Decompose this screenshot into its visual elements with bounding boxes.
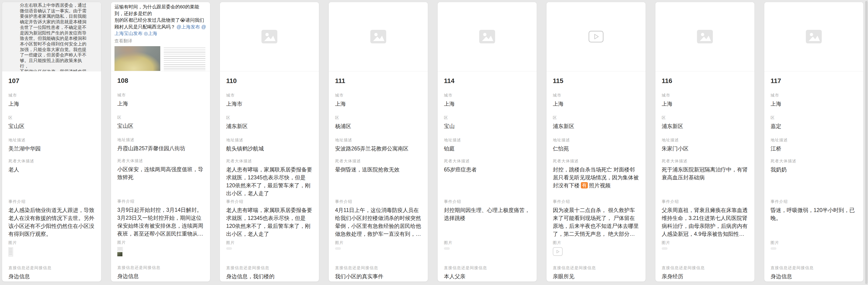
field-value-event: 3月9日起开始封控，3月14日解封。3月23日又一轮封控开始，期间这位保安始终没… xyxy=(117,206,204,238)
card-cover-video[interactable] xyxy=(547,2,646,71)
field-label-event: 事件介绍 xyxy=(553,199,639,204)
field-value-address: 美兰湖中华园 xyxy=(8,145,95,152)
field-value-event: 昏迷，呼吸微弱，120半小时到，已晚。 xyxy=(771,206,857,238)
field-label-deceased: 死者大体描述 xyxy=(117,158,204,164)
field-label-city: 城市 xyxy=(771,93,857,98)
field-value-direct: 身边信息 xyxy=(771,273,857,280)
card-cover-empty xyxy=(764,2,863,71)
weibo-post-text: 运输有时间，为什么跟居委会的60的菜能到，还好多是烂的 别的区都已经分发过几批物… xyxy=(115,3,207,37)
field-value-district: 宝山 xyxy=(444,122,530,130)
field-label-deceased: 死者大体描述 xyxy=(8,158,95,164)
record-number: 117 xyxy=(771,76,857,85)
field-value-deceased: 死于浦东医院新冠隔离治疗中，有肾衰高血压封基础病 xyxy=(662,166,748,197)
photo-placeholder-icon xyxy=(806,30,822,43)
attachment-thumbnail-text[interactable] xyxy=(117,247,123,251)
field-label-district: 区 xyxy=(117,115,204,120)
field-value-city: 上海 xyxy=(771,100,857,108)
video-play-icon xyxy=(589,31,603,42)
field-label-event: 事件介绍 xyxy=(662,199,748,204)
field-label-district: 区 xyxy=(771,115,857,120)
crying-emoji: 😭 xyxy=(180,17,185,23)
field-label-address: 地址描述 xyxy=(117,137,204,143)
field-value-district: 宝山区 xyxy=(117,122,204,130)
field-label-deceased: 死者大体描述 xyxy=(444,158,530,164)
field-value-event: 老人患有哮喘，家属联系居委报备要求就医，12345也表示尽快，但是120依然来不… xyxy=(226,206,313,238)
field-value-address: 安波路265弄兰花教师公寓南区 xyxy=(335,145,422,152)
field-value-address: 仁怡苑 xyxy=(553,145,639,152)
record-card[interactable]: 117 城市 上海 区 嘉定 地址描述 江桥 死者大体描述 我奶奶 事件介绍 昏… xyxy=(764,2,864,282)
record-card[interactable]: 运输有时间，为什么跟居委会的60的菜能到，还好多是烂的 别的区都已经分发过几批物… xyxy=(111,2,210,282)
field-value-event: 因为凌晨十二点自杀， 很久救护车来了可能看到现场死了， 尸体留在原地，后来半夜也… xyxy=(553,206,639,238)
cabbage-sink-photo[interactable] xyxy=(115,46,160,71)
photo-placeholder-icon xyxy=(697,30,713,43)
field-value-address: 航头镇鹤沙航城 xyxy=(226,145,313,152)
field-label-direct: 直接信息还是间接信息 xyxy=(226,265,313,271)
article-text-screenshot[interactable] xyxy=(162,46,207,71)
field-value-direct: 本人父亲 xyxy=(444,273,530,280)
card-cover-weibo-screenshot[interactable]: 运输有时间，为什么跟居委会的60的菜能到，还好多是烂的 别的区都已经分发过几批物… xyxy=(111,2,210,71)
field-label-district: 区 xyxy=(662,115,748,120)
field-value-direct: 我们小区的真实事件 xyxy=(335,273,422,280)
field-label-direct: 直接信息还是间接信息 xyxy=(662,265,748,271)
field-label-event: 事件介绍 xyxy=(444,199,530,204)
field-label-image: 图片 xyxy=(226,240,313,245)
field-label-district: 区 xyxy=(444,115,530,120)
field-label-deceased: 死者大体描述 xyxy=(771,158,857,164)
photo-placeholder-icon xyxy=(261,30,277,43)
field-label-direct: 直接信息还是间接信息 xyxy=(335,265,422,271)
field-label-image: 图片 xyxy=(771,240,857,245)
field-value-event: 父亲周嘉祖，肾衰且瘫痪在床靠血透维持生命，3.21住进第七人民医院肾病科治疗，由… xyxy=(662,206,748,238)
field-label-address: 地址描述 xyxy=(771,138,857,143)
field-label-image: 图片 xyxy=(335,240,422,245)
field-label-address: 地址描述 xyxy=(226,138,313,143)
field-label-deceased: 死者大体描述 xyxy=(335,158,422,164)
field-label-district: 区 xyxy=(8,115,95,120)
field-value-district: 浦东新区 xyxy=(226,122,313,130)
field-label-deceased: 死者大体描述 xyxy=(226,158,313,164)
field-value-event: 4月11日上午，这位消毒防疫人员在给我们小区封控楼做消杀的时候突然晕倒，小区里有… xyxy=(335,206,422,238)
record-number: 110 xyxy=(226,76,313,85)
field-value-address: 丹霞山路257弄馨佳园八街坊 xyxy=(117,144,204,152)
field-value-direct: 亲眼所见 xyxy=(553,273,639,280)
card-cover-empty xyxy=(220,2,319,71)
field-label-city: 城市 xyxy=(117,93,204,98)
card-cover-chat-screenshot[interactable]: 分左右联系上中华西居委会，通过 微信语音确认了这一事实。由于需 要保护患者家属的… xyxy=(2,2,101,71)
field-value-direct: 身边信息 xyxy=(8,273,95,280)
field-value-deceased: 封控，跳楼自杀当场死亡 对面楼邻居只看见听见现场情况，因为集体被封没有下楼有照片… xyxy=(553,166,639,197)
field-label-address: 地址描述 xyxy=(444,138,530,143)
field-label-city: 城市 xyxy=(553,93,639,98)
field-value-deceased: 我奶奶 xyxy=(771,166,857,197)
field-value-event: 老人感染后物业街道无人跟进，导致老人在没有救援的情况下去世。另外该小区还有不少阳… xyxy=(8,206,95,238)
field-value-city: 上海 xyxy=(117,100,204,108)
field-label-image: 图片 xyxy=(8,240,95,245)
attachment-thumbnail-screenshot[interactable] xyxy=(8,247,13,256)
record-card[interactable]: 114 城市 上海 区 宝山 地址描述 铂庭 死者大体描述 65岁癌症患者 事件… xyxy=(437,2,537,282)
record-card[interactable]: 111 城市 上海 区 杨浦区 地址描述 安波路265弄兰花教师公寓南区 死者大… xyxy=(329,2,428,282)
field-value-event: 封控期间因生理、心理上极度痛苦，选择跳楼 xyxy=(444,206,530,238)
weibo-translate-link[interactable]: 查看翻译 xyxy=(115,38,207,44)
field-label-city: 城市 xyxy=(335,93,422,98)
field-label-image: 图片 xyxy=(553,240,639,245)
field-label-event: 事件介绍 xyxy=(771,199,857,204)
attachment-thumbnail-loading xyxy=(335,247,341,250)
card-cover-empty xyxy=(655,2,754,71)
record-card[interactable]: 116 城市 上海 区 浦东新区 地址描述 朱家门小区 死者大体描述 死于浦东医… xyxy=(655,2,755,282)
gallery-card-row: 分左右联系上中华西居委会，通过 微信语音确认了这一事实。由于需 要保护患者家属的… xyxy=(2,2,864,282)
record-card[interactable]: 分左右联系上中华西居委会，通过 微信语音确认了这一事实。由于需 要保护患者家属的… xyxy=(2,2,101,282)
attachment-thumbnail-photo[interactable] xyxy=(117,252,122,256)
attachment-thumbnails[interactable] xyxy=(117,247,204,256)
field-label-event: 事件介绍 xyxy=(117,199,204,204)
field-value-district: 杨浦区 xyxy=(335,122,422,130)
field-value-address: 铂庭 xyxy=(444,145,530,152)
vertical-scrollbar[interactable] xyxy=(865,1,868,284)
field-value-deceased: 老人 xyxy=(8,166,95,197)
field-label-district: 区 xyxy=(226,115,313,120)
record-card[interactable]: 110 城市 上海市 区 浦东新区 地址描述 航头镇鹤沙航城 死者大体描述 老人… xyxy=(220,2,319,282)
attachment-thumbnail-loading xyxy=(662,247,668,250)
field-value-city: 上海市 xyxy=(226,100,313,108)
record-number: 108 xyxy=(117,76,204,85)
field-label-city: 城市 xyxy=(662,93,748,98)
attachment-thumbnail-video[interactable] xyxy=(553,247,563,256)
field-label-city: 城市 xyxy=(8,93,95,98)
record-card[interactable]: 115 城市 上海 区 浦东新区 地址描述 仁怡苑 死者大体描述 封控，跳楼自杀… xyxy=(546,2,646,282)
